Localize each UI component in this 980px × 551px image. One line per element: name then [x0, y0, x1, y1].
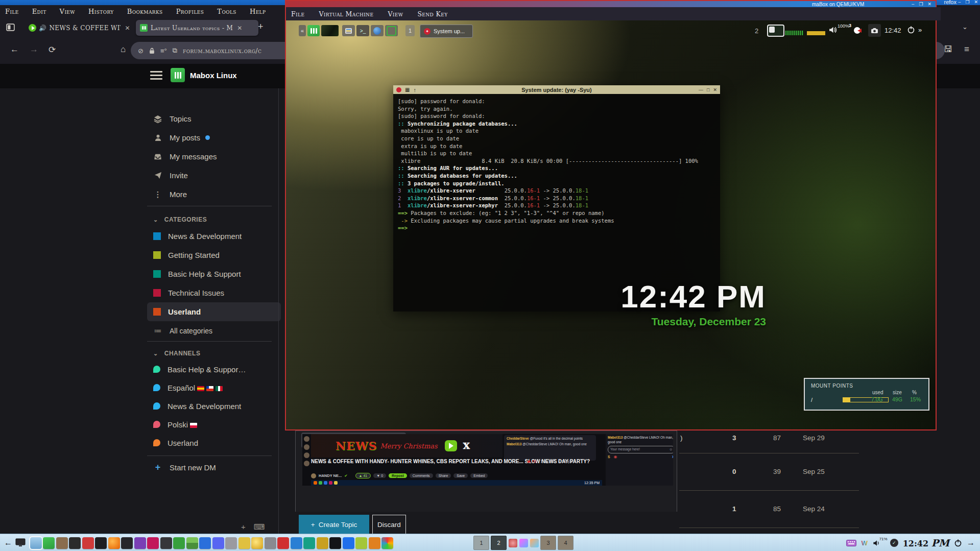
maximize-icon[interactable]: ❐	[965, 0, 969, 5]
taskbar-left-arrow-icon[interactable]: ←	[4, 538, 12, 547]
taskbar-app-icon[interactable]	[251, 537, 263, 549]
sidebar-toggle-icon[interactable]	[150, 71, 162, 82]
pager-icon[interactable]	[767, 25, 784, 37]
sidebar-channel-item[interactable]: Userland	[147, 434, 281, 452]
rant-dollar-icon[interactable]: $	[608, 455, 610, 460]
sidebar-item-topics[interactable]: Topics	[147, 109, 281, 128]
topic-row[interactable]: ) 3 87 Sep 29	[679, 430, 859, 453]
tab-close-icon[interactable]: ✕	[125, 25, 130, 32]
blocker-shield-icon[interactable]: ⊘	[138, 47, 144, 55]
taskbar-app-icon[interactable]	[369, 537, 380, 549]
reader-mode-icon[interactable]: ≡°	[160, 47, 167, 55]
menu-item[interactable]: Bookmarks	[127, 8, 163, 15]
minimize-icon[interactable]: –	[912, 2, 914, 7]
taskbar-app-icon[interactable]	[277, 537, 289, 549]
pager-app-icon[interactable]	[509, 539, 517, 547]
action-button[interactable]: Comments	[410, 473, 433, 478]
workspace-1-button[interactable]: 1	[473, 536, 489, 550]
rant-icon[interactable]: ◉	[613, 455, 617, 460]
action-button[interactable]: Share	[436, 473, 451, 478]
list-tabs-chevron-icon[interactable]: ⌄	[962, 23, 968, 31]
dislike-button[interactable]: ▼ 0	[373, 473, 386, 478]
timer-app-icon[interactable]	[385, 25, 398, 36]
taskbar-app-icon[interactable]	[355, 537, 367, 549]
rumble-play-icon[interactable]	[445, 440, 457, 451]
keyboard-tray-icon[interactable]	[846, 540, 856, 546]
taskbar-app-icon[interactable]	[329, 537, 341, 549]
taskbar-app-icon[interactable]	[291, 537, 302, 549]
taskbar-app-icon[interactable]	[303, 537, 315, 549]
taskbar-app-icon[interactable]	[225, 537, 237, 549]
create-topic-button[interactable]: + Create Topic	[299, 515, 369, 534]
back-icon[interactable]: ←	[10, 44, 19, 55]
taskbar-app-icon[interactable]	[343, 537, 354, 549]
menu-item[interactable]: Profiles	[176, 8, 204, 15]
taskbar-app-icon[interactable]	[317, 537, 328, 549]
vm-workspace-indicator[interactable]: 2	[755, 27, 758, 35]
taskbar-app-icon[interactable]	[160, 537, 172, 549]
taskbar-app-icon[interactable]	[381, 537, 393, 549]
forward-icon[interactable]: →	[30, 44, 38, 55]
menu-item[interactable]: File	[5, 8, 19, 15]
categories-header[interactable]: ⌄ CATEGORIES	[153, 213, 271, 226]
lock-icon[interactable]	[149, 47, 155, 54]
like-button[interactable]: ▲ 41	[355, 473, 371, 478]
vm-workspace-1[interactable]: 1	[405, 25, 415, 36]
composer-panel[interactable]: NEWS Merry Christmas 𝕏 CheddarSteve @Fux…	[295, 430, 677, 512]
power-icon[interactable]	[907, 26, 915, 34]
terminal-window[interactable]: ▦ ↑ System update: (yay -Syu) —□✕ [sudo]…	[393, 85, 720, 312]
taskbar-app-icon[interactable]	[30, 537, 42, 549]
sidebar-item-invite[interactable]: Invite	[147, 166, 281, 185]
pager-app-icon[interactable]	[530, 539, 539, 547]
volume-icon[interactable]	[828, 26, 837, 34]
discard-button[interactable]: Discard	[372, 515, 406, 534]
sidebar-item-start-dm[interactable]: + Start new DM	[147, 458, 281, 477]
menu-item[interactable]: Edit	[32, 8, 46, 15]
taskbar-app-icon[interactable]	[56, 537, 68, 549]
video-embed[interactable]: NEWS Merry Christmas 𝕏 CheddarSteve @Fux…	[302, 434, 673, 486]
wallpaper-thumbnail[interactable]	[321, 25, 339, 36]
sidebar-channel-item[interactable]: Basic Help & Suppor…	[147, 360, 281, 378]
taskbar-app-icon[interactable]	[121, 537, 133, 549]
hamburger-menu-icon[interactable]: ≡	[964, 44, 969, 55]
sidebar-category-item[interactable]: Technical Issues	[147, 283, 281, 302]
taskbar-app-icon[interactable]	[173, 537, 185, 549]
taskbar-app-icon[interactable]	[69, 537, 81, 549]
terminal-titlebar[interactable]: ▦ ↑ System update: (yay -Syu) —□✕	[393, 85, 720, 94]
keyboard-shortcuts-icon[interactable]: ⌨	[254, 522, 265, 532]
taskbar-app-icon[interactable]	[265, 537, 276, 549]
screenshot-icon[interactable]	[868, 24, 881, 37]
sidebar-category-item[interactable]: News & Development	[147, 227, 281, 246]
taskbar-app-icon[interactable]	[95, 537, 107, 549]
taskbar-right-arrow-icon[interactable]: →	[967, 538, 975, 547]
send-icon[interactable]: ➤	[672, 455, 673, 460]
close-icon[interactable]: ✕	[974, 0, 978, 5]
panel-collapse-icon[interactable]: «	[299, 25, 306, 36]
close-icon[interactable]: ✕	[713, 87, 717, 92]
display-icon[interactable]	[15, 538, 26, 547]
vm-menu-item[interactable]: View	[388, 10, 403, 18]
chat-input[interactable]: Your message here! ☺	[608, 446, 673, 453]
add-section-icon[interactable]: +	[241, 522, 246, 532]
action-button[interactable]: Embed	[470, 473, 488, 478]
new-tab-button[interactable]: +	[258, 21, 264, 32]
minimize-icon[interactable]: –	[958, 0, 961, 5]
close-icon[interactable]: ✕	[927, 2, 931, 7]
tab-userland-topics[interactable]: Latest Userland topics - M ✕	[136, 20, 258, 36]
maximize-icon[interactable]: ❐	[919, 2, 923, 7]
updates-tray-icon[interactable]: ✓	[890, 539, 898, 547]
vm-menu-item[interactable]: Send Key	[417, 10, 447, 18]
sidebar-item-all-categories[interactable]: ≔ All categories	[147, 321, 281, 340]
site-title[interactable]: Mabox Linux	[190, 71, 237, 80]
menu-item[interactable]: History	[88, 8, 114, 15]
action-button[interactable]: Repost	[389, 473, 407, 478]
terminal-icon[interactable]: >_	[356, 25, 369, 36]
panel-expand-icon[interactable]: »	[918, 26, 922, 34]
menu-item[interactable]: Help	[250, 8, 266, 15]
taskbar-app-icon[interactable]	[134, 537, 146, 549]
sidebar-channel-item[interactable]: Español	[147, 378, 281, 397]
channel-name[interactable]: HANDY NE...	[319, 473, 342, 478]
speaker-icon[interactable]: 🔊	[39, 25, 46, 32]
sidebar-channel-item[interactable]: Polski	[147, 415, 281, 434]
home-icon[interactable]: ⌂	[121, 44, 126, 55]
